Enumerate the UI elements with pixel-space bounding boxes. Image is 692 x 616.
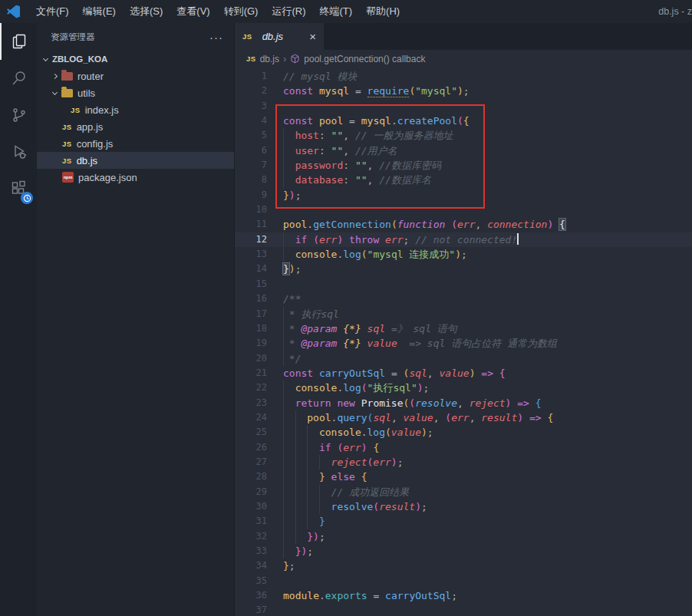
menu-item-6[interactable]: 终端(T) [312, 0, 359, 23]
code-line-31[interactable]: 31} [235, 514, 692, 529]
extensions-icon[interactable] [0, 170, 37, 207]
run-debug-icon[interactable] [0, 133, 37, 170]
line-content: resolve(result); [267, 499, 427, 514]
code-line-28[interactable]: 28} else { [235, 469, 692, 484]
line-number: 5 [235, 128, 267, 143]
line-number: 4 [235, 114, 267, 128]
menu-item-5[interactable]: 运行(R) [265, 0, 312, 23]
tab-db-js[interactable]: JS db.js × [235, 23, 324, 50]
source-control-icon[interactable] [0, 97, 37, 133]
code-line-5[interactable]: 5host: "", // 一般为服务器地址 [235, 128, 692, 143]
code-line-16[interactable]: 16/** [235, 292, 692, 306]
vscode-logo-icon [7, 5, 20, 18]
root-folder-label: ZBLOG_KOA [52, 54, 107, 64]
code-line-19[interactable]: 19* @param {*} value => sql 语句占位符 通常为数组 [235, 336, 692, 351]
line-content: }; [267, 558, 295, 573]
tree-item-package-json[interactable]: npmpackage.json [37, 169, 234, 186]
line-number: 16 [235, 292, 267, 306]
breadcrumb-file[interactable]: db.js [260, 54, 279, 64]
js-file-icon: JS [71, 106, 81, 114]
code-line-1[interactable]: 1// mysql 模块 [235, 69, 692, 84]
code-line-29[interactable]: 29// 成功返回结果 [235, 485, 692, 499]
menu-item-2[interactable]: 选择(S) [123, 0, 170, 23]
code-line-14[interactable]: 14}); [235, 262, 692, 276]
title-bar: 文件(F)编辑(E)选择(S)查看(V)转到(G)运行(R)终端(T)帮助(H)… [0, 0, 692, 23]
file-tree: routerutilsJSindex.jsJSapp.jsJSconfig.js… [37, 68, 234, 186]
code-line-7[interactable]: 7password: "", //数据库密码 [235, 158, 692, 173]
line-content: pool.getConnection(function (err, connec… [267, 217, 565, 232]
code-line-12[interactable]: 12if (err) throw err; // not connected! [235, 232, 692, 247]
code-line-34[interactable]: 34}; [235, 558, 692, 573]
line-content: return new Promise((resolve, reject) => … [267, 396, 542, 410]
code-line-36[interactable]: 36module.exports = carryOutSql; [235, 588, 692, 603]
code-line-2[interactable]: 2const mysql = require("mysql"); [235, 84, 692, 98]
breadcrumb-symbol[interactable]: pool.getConnection() callback [304, 54, 425, 64]
chevron-down-icon [43, 55, 48, 61]
line-number: 8 [235, 173, 267, 187]
line-content: database: "", //数据库名 [267, 173, 431, 187]
code-line-11[interactable]: 11pool.getConnection(function (err, conn… [235, 217, 692, 232]
code-editor[interactable]: 1// mysql 模块2const mysql = require("mysq… [235, 68, 692, 616]
menu-item-0[interactable]: 文件(F) [29, 0, 76, 23]
line-number: 3 [235, 99, 267, 114]
tree-item-router[interactable]: router [37, 68, 234, 84]
line-number: 15 [235, 277, 267, 292]
menu-item-1[interactable]: 编辑(E) [76, 0, 123, 23]
tree-item-app-js[interactable]: JSapp.js [37, 118, 234, 135]
code-line-33[interactable]: 33}); [235, 544, 692, 558]
folder-root[interactable]: ZBLOG_KOA [37, 51, 234, 68]
line-content [267, 203, 283, 217]
window-title: db.js - z [658, 6, 692, 17]
menu-item-3[interactable]: 查看(V) [170, 0, 216, 23]
menu-item-7[interactable]: 帮助(H) [359, 0, 407, 23]
line-number: 2 [235, 84, 267, 98]
line-content: } [267, 514, 325, 529]
code-line-4[interactable]: 4const pool = mysql.createPool({ [235, 114, 692, 128]
chevron-right-icon [52, 73, 58, 78]
code-line-24[interactable]: 24pool.query(sql, value, (err, result) =… [235, 410, 692, 425]
code-line-13[interactable]: 13console.log("mysql 连接成功"); [235, 247, 692, 262]
code-line-26[interactable]: 26if (err) { [235, 440, 692, 455]
code-line-17[interactable]: 17* 执行sql [235, 307, 692, 321]
explorer-icon[interactable] [0, 23, 37, 60]
tree-item-db-js[interactable]: JSdb.js [37, 152, 234, 169]
line-number: 20 [235, 351, 267, 366]
code-line-18[interactable]: 18* @param {*} sql =》 sql 语句 [235, 321, 692, 336]
file-label: package.json [78, 172, 137, 183]
code-line-15[interactable]: 15 [235, 277, 692, 292]
line-number: 33 [235, 544, 267, 558]
tree-item-config-js[interactable]: JSconfig.js [37, 135, 234, 152]
close-icon[interactable]: × [309, 31, 316, 42]
code-line-37[interactable]: 37 [235, 603, 692, 616]
code-line-3[interactable]: 3 [235, 99, 692, 114]
tree-item-utils[interactable]: utils [37, 84, 234, 101]
line-number: 32 [235, 529, 267, 544]
code-line-27[interactable]: 27reject(err); [235, 455, 692, 469]
line-content: // mysql 模块 [267, 69, 357, 84]
code-line-32[interactable]: 32}); [235, 529, 692, 544]
code-line-8[interactable]: 8database: "", //数据库名 [235, 173, 692, 187]
line-number: 9 [235, 188, 267, 203]
menu-item-4[interactable]: 转到(G) [217, 0, 265, 23]
js-file-icon: JS [62, 156, 72, 165]
code-line-23[interactable]: 23return new Promise((resolve, reject) =… [235, 396, 692, 410]
code-line-6[interactable]: 6user: "", //用户名 [235, 143, 692, 158]
code-line-20[interactable]: 20*/ [235, 351, 692, 366]
js-file-icon: JS [62, 140, 72, 148]
explorer-more-actions-icon[interactable]: ··· [209, 31, 223, 44]
code-line-21[interactable]: 21const carryOutSql = (sql, value) => { [235, 366, 692, 380]
search-icon[interactable] [0, 60, 37, 97]
code-line-25[interactable]: 25console.log(value); [235, 425, 692, 440]
line-content: console.log("mysql 连接成功"); [267, 247, 467, 262]
code-line-30[interactable]: 30resolve(result); [235, 499, 692, 514]
tab-label: db.js [262, 31, 283, 42]
code-line-35[interactable]: 35 [235, 574, 692, 588]
tree-item-index-js[interactable]: JSindex.js [37, 101, 234, 118]
code-line-22[interactable]: 22console.log("执行sql"); [235, 380, 692, 395]
code-line-9[interactable]: 9}); [235, 188, 692, 203]
breadcrumb: JS db.js › pool.getConnection() callback [235, 50, 692, 68]
code-line-10[interactable]: 10 [235, 203, 692, 217]
line-content: const mysql = require("mysql"); [267, 84, 470, 98]
line-content: console.log(value); [267, 425, 433, 440]
line-content: } else { [267, 469, 367, 484]
